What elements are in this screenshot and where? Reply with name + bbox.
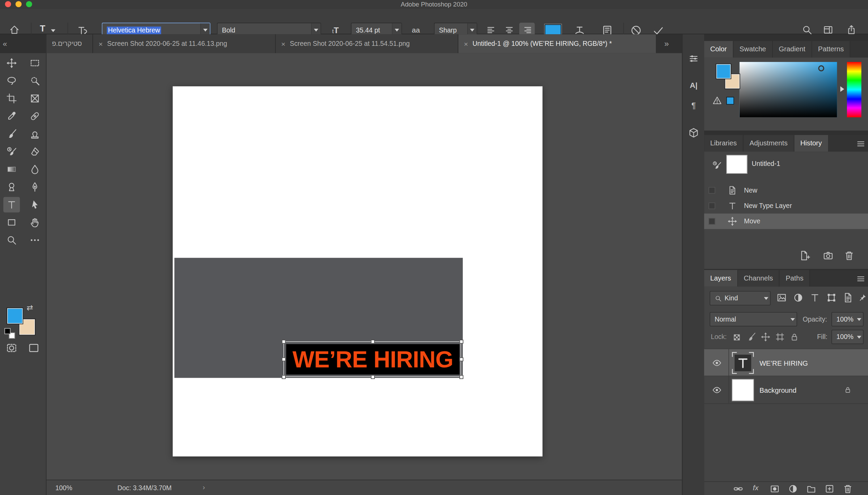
tool-frame[interactable] bbox=[27, 91, 43, 106]
close-icon[interactable]: × bbox=[281, 40, 285, 47]
new-group-folder-icon[interactable] bbox=[806, 484, 817, 494]
saturation-brightness-field[interactable] bbox=[740, 62, 837, 117]
layer-visibility-eye-icon[interactable] bbox=[712, 385, 722, 395]
tool-gradient[interactable] bbox=[3, 161, 20, 177]
quick-mask-button[interactable] bbox=[5, 342, 18, 354]
tool-marquee[interactable] bbox=[27, 55, 43, 71]
status-popup-chevron-icon[interactable]: › bbox=[203, 483, 205, 491]
filter-adjustment-layers-icon[interactable] bbox=[793, 292, 804, 303]
history-source-well[interactable] bbox=[709, 187, 715, 194]
tool-rectangle-shape[interactable] bbox=[3, 215, 20, 230]
add-layer-mask-icon[interactable] bbox=[769, 484, 780, 494]
layer-name[interactable]: WE’RE HIRING bbox=[760, 360, 808, 367]
search-icon[interactable] bbox=[802, 24, 813, 35]
fill-dropdown-arrow[interactable] bbox=[857, 330, 861, 344]
gamut-color-swatch[interactable] bbox=[726, 97, 734, 105]
character-panel-icon[interactable]: A| bbox=[687, 79, 700, 92]
paragraph-panel-icon[interactable]: ¶ bbox=[687, 99, 700, 112]
history-source-well[interactable] bbox=[709, 203, 715, 209]
layer-filter-kind-combobox[interactable]: Kind bbox=[710, 291, 770, 305]
3d-panel-icon[interactable] bbox=[687, 126, 700, 140]
new-layer-icon[interactable] bbox=[824, 484, 835, 494]
home-button[interactable] bbox=[9, 24, 20, 35]
screen-mode-button[interactable] bbox=[27, 342, 40, 354]
collapse-toolbar-icon[interactable]: « bbox=[3, 39, 7, 48]
lock-position-icon[interactable] bbox=[761, 332, 770, 342]
document-tab-active[interactable]: × Untitled-1 @ 100% (WE’RE HIRING, RGB/8… bbox=[458, 34, 656, 53]
tool-path-selection[interactable] bbox=[27, 197, 43, 212]
properties-panel-icon[interactable] bbox=[687, 52, 700, 65]
foreground-color-swatch[interactable] bbox=[7, 308, 23, 324]
panel-menu-icon[interactable] bbox=[856, 274, 866, 284]
snapshot-thumbnail[interactable] bbox=[726, 155, 747, 174]
tool-history-brush[interactable] bbox=[3, 144, 20, 159]
panel-menu-icon[interactable] bbox=[856, 139, 866, 149]
lock-artboard-icon[interactable] bbox=[775, 332, 785, 342]
document-tab[interactable]: × Screen Shot 2020-06-25 at 11.46.13.png bbox=[93, 34, 276, 53]
chevron-down-icon[interactable] bbox=[51, 29, 55, 32]
document-canvas[interactable]: WE’RE HIRING bbox=[173, 86, 542, 456]
tool-healing-brush[interactable] bbox=[27, 108, 43, 124]
type-tool-preset[interactable]: T bbox=[40, 24, 45, 34]
type-layer-thumbnail[interactable] bbox=[732, 352, 754, 374]
zoom-level-field[interactable]: 100% bbox=[55, 484, 73, 492]
tool-zoom[interactable] bbox=[3, 232, 20, 248]
filter-dropdown-arrow[interactable] bbox=[764, 291, 768, 305]
background-layer-thumbnail[interactable] bbox=[732, 379, 754, 401]
tool-quick-selection[interactable] bbox=[27, 73, 43, 88]
history-brush-source-icon[interactable] bbox=[712, 160, 722, 170]
tab-swatches[interactable]: Swatche bbox=[733, 41, 773, 58]
tool-hand[interactable] bbox=[27, 215, 43, 230]
tab-libraries[interactable]: Libraries bbox=[704, 135, 743, 152]
filter-toggle-pin-icon[interactable] bbox=[858, 293, 867, 303]
delete-state-button[interactable] bbox=[844, 250, 855, 261]
blend-mode-dropdown-arrow[interactable] bbox=[791, 313, 795, 326]
tool-pen[interactable] bbox=[27, 179, 43, 195]
history-step-move-selected[interactable]: Move bbox=[704, 213, 868, 229]
tool-type-selected[interactable] bbox=[3, 197, 20, 212]
hue-slider-marker[interactable] bbox=[840, 86, 844, 92]
tab-adjustments[interactable]: Adjustments bbox=[743, 135, 794, 152]
layer-effects-fx-icon[interactable]: fx bbox=[753, 484, 758, 492]
tab-history[interactable]: History bbox=[794, 135, 828, 152]
tool-eraser[interactable] bbox=[27, 144, 43, 159]
tab-gradient[interactable]: Gradient bbox=[773, 41, 812, 58]
tool-crop[interactable] bbox=[3, 91, 20, 106]
snapshot-name[interactable]: Untitled-1 bbox=[752, 160, 780, 168]
tab-color[interactable]: Color bbox=[704, 41, 733, 58]
lock-all-icon[interactable] bbox=[789, 332, 799, 342]
close-icon[interactable]: × bbox=[99, 40, 103, 47]
blend-mode-combobox[interactable]: Normal bbox=[710, 312, 797, 326]
font-family-value[interactable]: Helvetica Hebrew bbox=[107, 26, 161, 34]
tool-brush[interactable] bbox=[3, 126, 20, 142]
layer-row-background[interactable]: Background bbox=[704, 376, 868, 404]
history-step-new[interactable]: New bbox=[704, 183, 868, 198]
delete-layer-icon[interactable] bbox=[843, 484, 853, 494]
layer-name[interactable]: Background bbox=[760, 387, 796, 395]
tool-lasso[interactable] bbox=[3, 73, 20, 88]
fill-combobox[interactable]: 100% bbox=[831, 330, 864, 344]
filter-smart-objects-icon[interactable] bbox=[843, 292, 854, 303]
panel-foreground-swatch[interactable] bbox=[716, 64, 731, 79]
hue-slider[interactable] bbox=[847, 62, 861, 117]
transform-handle[interactable] bbox=[371, 340, 375, 343]
tab-channels[interactable]: Channels bbox=[738, 270, 780, 287]
opacity-dropdown-arrow[interactable] bbox=[857, 313, 861, 326]
document-tab[interactable]: סטיקרים.פ bbox=[47, 34, 93, 53]
lock-transparency-icon[interactable] bbox=[732, 332, 742, 342]
lock-paint-icon[interactable] bbox=[746, 332, 756, 342]
tab-layers[interactable]: Layers bbox=[704, 270, 738, 287]
gamut-warning-icon[interactable] bbox=[712, 95, 723, 106]
filter-type-layers-icon[interactable] bbox=[809, 292, 820, 303]
tab-patterns[interactable]: Patterns bbox=[812, 41, 851, 58]
opacity-combobox[interactable]: 100% bbox=[831, 312, 864, 326]
tool-move[interactable] bbox=[3, 55, 20, 71]
filter-pixel-layers-icon[interactable] bbox=[776, 292, 787, 303]
tool-eyedropper[interactable] bbox=[3, 108, 20, 124]
new-adjustment-layer-icon[interactable] bbox=[788, 484, 798, 494]
close-icon[interactable]: × bbox=[464, 40, 468, 47]
tool-dodge[interactable] bbox=[3, 179, 20, 195]
new-document-from-state-button[interactable] bbox=[799, 250, 810, 261]
transform-handle[interactable] bbox=[371, 375, 375, 379]
transform-bounding-box[interactable] bbox=[283, 341, 461, 377]
